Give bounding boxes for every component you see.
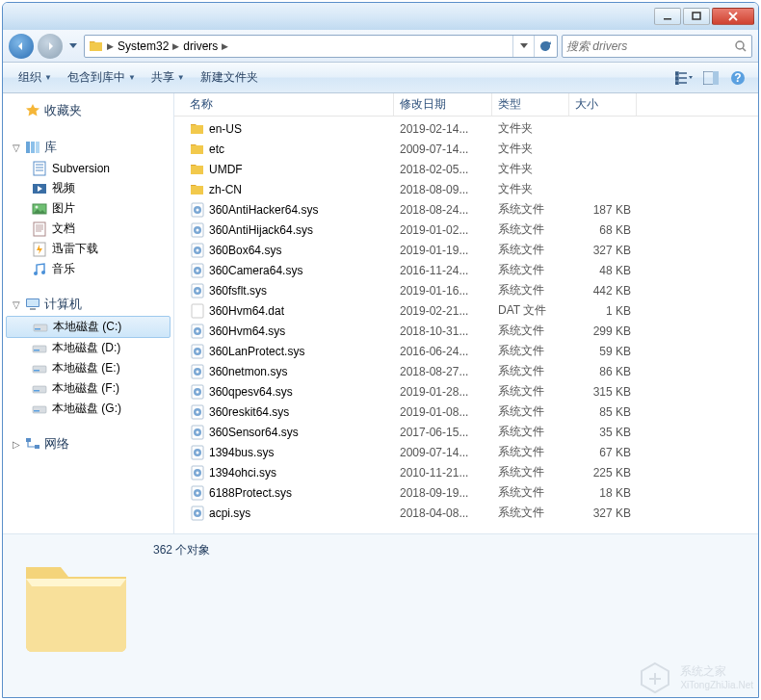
sys-icon — [190, 202, 205, 218]
file-row[interactable]: UMDF 2018-02-05... 文件夹 — [174, 159, 758, 179]
favorites-group[interactable]: 收藏夹 — [3, 99, 173, 122]
file-row[interactable]: 360Camera64.sys 2016-11-24... 系统文件 48 KB — [174, 260, 758, 280]
sys-icon — [190, 283, 205, 298]
address-dropdown[interactable] — [512, 36, 534, 57]
file-row[interactable]: en-US 2019-02-14... 文件夹 — [174, 118, 758, 139]
file-row[interactable]: 360Sensor64.sys 2017-06-15... 系统文件 35 KB — [174, 422, 758, 442]
chevron-right-icon: ▶ — [106, 41, 115, 51]
svg-rect-22 — [693, 13, 700, 19]
library-item-icon — [32, 221, 47, 237]
file-row[interactable]: acpi.sys 2018-04-08... 系统文件 327 KB — [174, 503, 758, 523]
help-button[interactable]: ? — [725, 66, 750, 90]
sidebar-item-library[interactable]: 音乐 — [3, 259, 173, 279]
dat-icon — [190, 303, 205, 319]
sidebar-item-drive[interactable]: 本地磁盘 (E:) — [3, 358, 173, 378]
view-menu[interactable] — [671, 66, 696, 90]
sidebar-item-library[interactable]: Subversion — [3, 159, 173, 178]
column-name[interactable]: 名称 — [184, 93, 394, 116]
chevron-down-icon: ▼ — [128, 73, 136, 82]
computer-group[interactable]: ▽ 计算机 — [3, 293, 173, 316]
back-button[interactable] — [9, 34, 34, 59]
file-row[interactable]: 1394bus.sys 2009-07-14... 系统文件 67 KB — [174, 442, 758, 462]
folder-icon — [190, 182, 205, 197]
breadcrumb-drivers[interactable]: drivers — [180, 36, 221, 57]
library-icon — [25, 140, 40, 155]
sidebar-item-drive[interactable]: 本地磁盘 (G:) — [3, 399, 173, 419]
history-dropdown[interactable] — [66, 34, 80, 59]
sys-icon — [190, 364, 205, 379]
library-item-icon — [32, 161, 47, 176]
sys-icon — [190, 445, 205, 460]
star-icon — [25, 103, 40, 118]
file-row[interactable]: 360qpesv64.sys 2019-01-28... 系统文件 315 KB — [174, 381, 758, 402]
chevron-right-icon: ▶ — [221, 41, 229, 51]
drive-icon — [32, 381, 47, 397]
library-item-icon — [32, 201, 47, 217]
sidebar-item-library[interactable]: 迅雷下载 — [3, 239, 173, 259]
file-row[interactable]: 360LanProtect.sys 2016-06-24... 系统文件 59 … — [174, 341, 758, 361]
file-row[interactable]: 6188Protect.sys 2018-09-19... 系统文件 18 KB — [174, 482, 758, 503]
address-bar[interactable]: ▶ System32 ▶ drivers ▶ — [84, 35, 558, 58]
column-type[interactable]: 类型 — [492, 93, 569, 116]
search-box[interactable] — [562, 35, 752, 58]
network-group[interactable]: ▷ 网络 — [3, 432, 173, 455]
network-icon — [25, 436, 40, 452]
library-item-icon — [32, 262, 47, 277]
column-date[interactable]: 修改日期 — [394, 93, 492, 116]
computer-icon — [25, 297, 40, 312]
breadcrumb-system32[interactable]: System32 — [115, 36, 171, 57]
drive-icon — [32, 361, 47, 376]
sidebar-item-drive[interactable]: 本地磁盘 (D:) — [3, 338, 173, 358]
drive-icon — [32, 341, 47, 356]
file-row[interactable]: 360Box64.sys 2019-01-19... 系统文件 327 KB — [174, 240, 758, 260]
file-row[interactable]: 360reskit64.sys 2019-01-08... 系统文件 85 KB — [174, 402, 758, 422]
toolbar: 组织▼ 包含到库中▼ 共享▼ 新建文件夹 ? — [3, 63, 758, 93]
column-headers: 名称 修改日期 类型 大小 — [174, 93, 758, 117]
refresh-button[interactable] — [534, 36, 555, 57]
file-row[interactable]: 1394ohci.sys 2010-11-21... 系统文件 225 KB — [174, 462, 758, 482]
file-pane: 名称 修改日期 类型 大小 en-US 2019-02-14... 文件夹 et… — [174, 93, 758, 533]
file-row[interactable]: 360AntiHijack64.sys 2019-01-02... 系统文件 6… — [174, 220, 758, 240]
file-row[interactable]: 360Hvm64.sys 2018-10-31... 系统文件 299 KB — [174, 321, 758, 341]
sidebar-item-library[interactable]: 图片 — [3, 198, 173, 219]
forward-button[interactable] — [38, 34, 63, 59]
include-menu[interactable]: 包含到库中▼ — [60, 65, 144, 90]
sys-icon — [190, 404, 205, 420]
chevron-down-icon: ▼ — [177, 73, 185, 82]
close-button[interactable] — [712, 8, 754, 25]
nav-bar: ▶ System32 ▶ drivers ▶ — [3, 30, 758, 63]
file-row[interactable]: zh-CN 2018-08-09... 文件夹 — [174, 179, 758, 199]
svg-point-23 — [736, 41, 744, 49]
sidebar-item-library[interactable]: 文档 — [3, 219, 173, 239]
sidebar-item-drive[interactable]: 本地磁盘 (F:) — [3, 378, 173, 399]
file-row[interactable]: 360AntiHacker64.sys 2018-08-24... 系统文件 1… — [174, 199, 758, 220]
sys-icon — [190, 506, 205, 521]
maximize-button[interactable] — [683, 8, 710, 25]
file-row[interactable]: 360fsflt.sys 2019-01-16... 系统文件 442 KB — [174, 280, 758, 300]
details-pane: 362 个对象 — [3, 533, 758, 697]
svg-text:?: ? — [734, 71, 741, 85]
folder-icon — [190, 162, 205, 177]
svg-rect-25 — [713, 71, 719, 85]
folder-icon — [89, 39, 104, 54]
item-count: 362 个对象 — [153, 540, 210, 558]
libraries-group[interactable]: ▽ 库 — [3, 136, 173, 159]
minimize-button[interactable] — [654, 8, 681, 25]
sidebar-item-drive[interactable]: 本地磁盘 (C:) — [6, 316, 171, 338]
column-size[interactable]: 大小 — [569, 93, 637, 116]
organize-menu[interactable]: 组织▼ — [11, 65, 60, 90]
new-folder-button[interactable]: 新建文件夹 — [193, 65, 266, 90]
sys-icon — [190, 263, 205, 278]
content-area: 收藏夹 ▽ 库 Subversion视频图片文档迅雷下载音乐 ▽ 计算机 本地磁… — [3, 93, 758, 533]
file-row[interactable]: 360Hvm64.dat 2019-02-21... DAT 文件 1 KB — [174, 300, 758, 321]
preview-pane-button[interactable] — [698, 66, 723, 90]
file-row[interactable]: etc 2009-07-14... 文件夹 — [174, 139, 758, 159]
sidebar-item-library[interactable]: 视频 — [3, 178, 173, 198]
share-menu[interactable]: 共享▼ — [144, 65, 193, 90]
search-input[interactable] — [566, 39, 734, 53]
sys-icon — [190, 384, 205, 400]
chevron-down-icon: ▼ — [44, 73, 52, 82]
file-row[interactable]: 360netmon.sys 2018-08-27... 系统文件 86 KB — [174, 361, 758, 381]
library-item-icon — [32, 242, 47, 257]
sys-icon — [190, 243, 205, 258]
